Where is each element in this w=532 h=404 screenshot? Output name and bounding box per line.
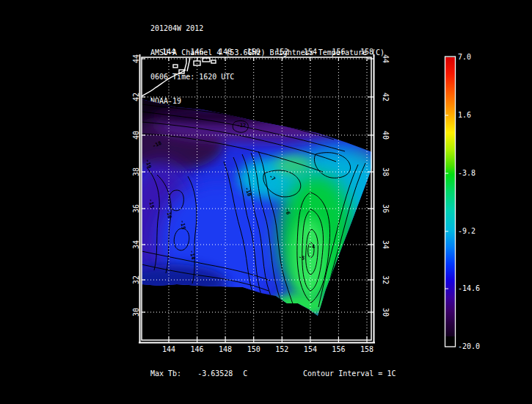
y-tick-label: 38 — [382, 161, 389, 183]
max-tb-value: -3.63528 — [197, 369, 233, 378]
y-tick-label: 42 — [133, 86, 140, 108]
x-tick-label: 152 — [267, 48, 296, 56]
y-tick-label: 32 — [382, 269, 389, 291]
x-tick-label: 146 — [183, 48, 212, 56]
y-tick-label: 30 — [382, 301, 389, 323]
x-tick-label: 154 — [296, 48, 325, 56]
y-tick-label: 44 — [382, 48, 389, 70]
x-tick-label: 154 — [296, 345, 325, 353]
x-tick-label: 146 — [183, 345, 212, 353]
coastline — [142, 58, 216, 96]
colorbar-label: -14.6 — [458, 285, 480, 292]
colorbar-label: -20.0 — [458, 343, 480, 350]
colorbar-label: 1.6 — [458, 112, 471, 119]
map-plot — [0, 0, 532, 404]
max-tb-label: Max Tb: — [150, 369, 181, 378]
y-tick-label: 38 — [133, 161, 140, 183]
y-tick-label: 34 — [382, 234, 389, 256]
x-tick-label: 148 — [211, 48, 240, 56]
x-tick-label: 144 — [154, 345, 183, 353]
y-tick-label: 40 — [382, 124, 389, 146]
colorbar-label: 7.0 — [458, 54, 471, 61]
max-tb-unit: C — [243, 369, 247, 378]
x-tick-label: 156 — [324, 48, 353, 56]
y-tick-label: 36 — [133, 198, 140, 220]
y-tick-label: 42 — [382, 86, 389, 108]
y-tick-label: 34 — [133, 234, 140, 256]
x-tick-label: 148 — [211, 345, 240, 353]
y-tick-label: 40 — [133, 124, 140, 146]
y-tick-label: 30 — [133, 301, 140, 323]
y-tick-label: 32 — [133, 269, 140, 291]
colorbar-label: -9.2 — [458, 228, 475, 235]
colorbar-label: -3.8 — [458, 170, 475, 177]
x-tick-label: 152 — [267, 345, 296, 353]
x-tick-label: 158 — [352, 345, 382, 353]
y-tick-label: 36 — [382, 198, 389, 220]
contour-interval-note: Contour Interval = 1C — [303, 369, 396, 378]
x-tick-label: 150 — [239, 48, 269, 56]
colorbar — [445, 57, 456, 347]
y-tick-label: 44 — [133, 48, 140, 70]
x-tick-label: 156 — [324, 345, 353, 353]
x-tick-label: 150 — [239, 345, 269, 353]
max-tb-line: Max Tb:-3.63528C — [150, 369, 247, 378]
x-tick-label: 158 — [352, 48, 382, 56]
contour-label: -12 — [233, 123, 250, 129]
contour-label: -4 — [303, 244, 321, 250]
amsu-plot-screen: 201204W 2012 AMSU-A Channel 4 (53.6GHz) … — [0, 0, 532, 404]
x-tick-label: 144 — [154, 48, 183, 56]
